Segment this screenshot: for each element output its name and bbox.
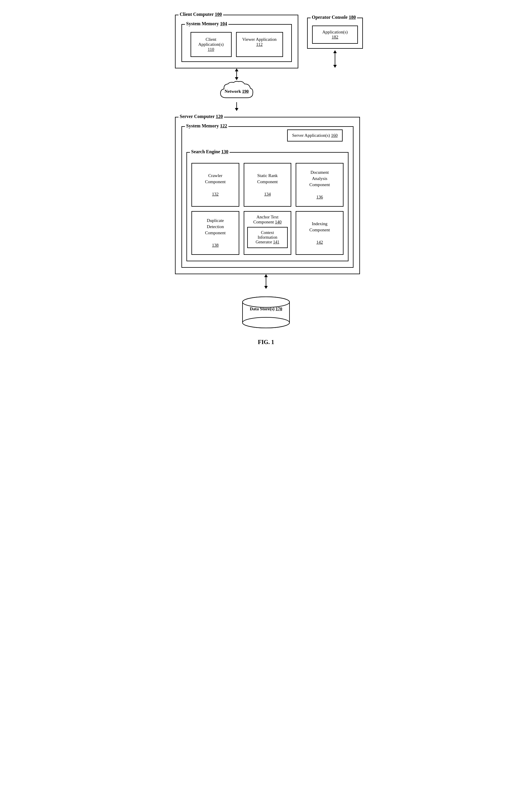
server-app-number: 160 [331, 133, 338, 138]
cylinder-svg [240, 295, 292, 330]
crawler-label: CrawlerComponent [205, 173, 226, 185]
arrow-down-head [235, 108, 239, 111]
viewer-app-number: 112 [256, 42, 263, 47]
network-to-server-arrow [235, 102, 239, 111]
search-engine-number: 130 [221, 149, 228, 154]
system-memory-122-box: System Memory 122 Server Application(s) … [182, 126, 354, 268]
system-memory-104-box: System Memory 104 ClientApplication(s) 1… [182, 24, 292, 62]
data-store-number: 170 [276, 307, 282, 311]
document-analysis-number: 136 [316, 194, 323, 200]
client-to-network-arrow [235, 69, 239, 80]
client-computer-label: Client Computer 100 [178, 12, 223, 17]
arrow-up-head [235, 69, 239, 71]
server-computer-box: Server Computer 120 System Memory 122 Se… [175, 117, 360, 274]
system-memory-104-label: System Memory 104 [185, 21, 228, 26]
arrow-line [335, 53, 335, 65]
system-memory-104-number: 104 [220, 21, 227, 26]
arrow-line [236, 102, 237, 108]
static-rank-component-box: Static RankComponent 134 [244, 163, 291, 207]
arrow-down-head [235, 77, 239, 80]
operator-console-section: Operator Console 180 Application(s) 182 [307, 18, 363, 68]
indexing-label: IndexingComponent [309, 221, 330, 233]
system-memory-122-number: 122 [220, 123, 227, 128]
arrow-down [264, 286, 268, 289]
static-rank-label: Static RankComponent [257, 173, 278, 185]
server-to-datastore-arrow [175, 274, 357, 289]
client-computer-number: 100 [215, 12, 222, 17]
cylinder-container: Data Store(s) 170 [240, 295, 292, 330]
app-182-label: Application(s) [322, 30, 348, 34]
arrow-up [333, 50, 337, 53]
document-analysis-component-box: DocumentAnalysisComponent 136 [296, 163, 343, 207]
search-engine-label: Search Engine 130 [190, 149, 230, 154]
svg-point-6 [243, 297, 289, 307]
context-info-box: ContextInformationGenerator 141 [247, 227, 288, 248]
duplicate-detection-component-box: DuplicateDetectionComponent 138 [191, 211, 239, 255]
network-cloud: Network 190 [217, 80, 256, 102]
system-memory-122-label: System Memory 122 [185, 123, 228, 129]
document-analysis-label: DocumentAnalysisComponent [309, 169, 330, 188]
server-computer-number: 120 [216, 114, 223, 119]
crawler-number: 132 [212, 191, 219, 197]
client-app-number: 110 [208, 47, 214, 52]
viewer-app-box: Viewer Application 112 [236, 32, 283, 57]
indexing-component-box: IndexingComponent 142 [296, 211, 343, 255]
anchor-text-label: Anchor TextComponent [253, 215, 279, 224]
crawler-component-box: CrawlerComponent 132 [191, 163, 239, 207]
static-rank-number: 134 [264, 191, 271, 197]
app-182-number: 182 [332, 35, 339, 39]
client-computer-box: Client Computer 100 System Memory 104 Cl… [175, 15, 298, 69]
console-to-server-arrow [307, 50, 363, 68]
anchor-text-number: 140 [275, 219, 282, 224]
data-store-section: Data Store(s) 170 [175, 295, 357, 330]
page: Client Computer 100 System Memory 104 Cl… [163, 6, 369, 357]
duplicate-detection-number: 138 [212, 242, 219, 248]
arrow-up [264, 274, 268, 277]
server-app-box: Server Application(s) 160 [287, 130, 343, 141]
indexing-number: 142 [316, 239, 323, 246]
anchor-text-component-box: Anchor TextComponent 140 ContextInformat… [244, 211, 291, 255]
operator-console-box: Operator Console 180 Application(s) 182 [307, 18, 363, 49]
network-number: 190 [242, 89, 249, 93]
server-app-label: Server Application(s) [292, 133, 330, 138]
search-engine-box: Search Engine 130 CrawlerComponent 132 S… [186, 152, 348, 261]
app-182-box: Application(s) 182 [312, 25, 358, 44]
arrow-line [266, 277, 266, 286]
network-label: Network 190 [225, 89, 249, 94]
operator-console-number: 180 [349, 15, 356, 20]
server-computer-label: Server Computer 120 [178, 114, 224, 119]
arrow-down [333, 65, 337, 68]
duplicate-detection-label: DuplicateDetectionComponent [205, 217, 226, 236]
arrow-line [236, 71, 237, 77]
data-store-label: Data Store(s) 170 [250, 307, 282, 311]
client-app-label: ClientApplication(s) [198, 37, 224, 47]
context-info-number: 141 [273, 240, 279, 244]
svg-point-5 [243, 317, 289, 328]
fig-label-text: FIG. 1 [258, 339, 274, 345]
operator-console-label: Operator Console 180 [311, 15, 357, 20]
client-app-box: ClientApplication(s) 110 [191, 32, 232, 57]
components-grid: CrawlerComponent 132 Static RankComponen… [191, 163, 343, 255]
viewer-app-label: Viewer Application [242, 37, 277, 42]
fig-label: FIG. 1 [175, 339, 357, 346]
